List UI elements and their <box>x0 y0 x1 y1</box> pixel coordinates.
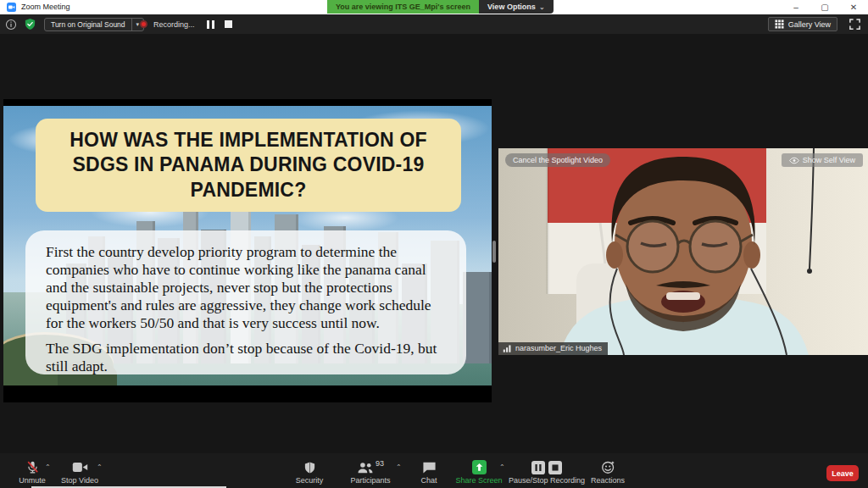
share-screen-icon <box>472 460 487 474</box>
chat-bubble-icon <box>422 461 437 474</box>
show-self-view-button[interactable]: Show Self View <box>782 153 863 167</box>
microphone-muted-icon <box>25 460 40 474</box>
eye-icon <box>789 157 799 164</box>
participant-name-tag: narasumber_Eric Hughes <box>498 342 608 355</box>
recording-indicator: Recording... <box>140 14 232 34</box>
leave-button[interactable]: Leave <box>826 465 859 481</box>
meeting-bottom-toolbar: Unmute ⌃ Stop Video ⌃ Security <box>0 453 868 488</box>
meeting-info-icon[interactable] <box>5 19 17 30</box>
pause-recording-icon[interactable] <box>207 20 214 29</box>
smiley-icon <box>601 460 615 474</box>
pause-recording-icon[interactable] <box>531 461 545 474</box>
shared-screen-view: HOW WAS THE IMPLEMENTATION OF SDGS IN PA… <box>3 99 492 402</box>
window-title: Zoom Meeting <box>21 3 70 11</box>
shield-icon <box>303 461 316 474</box>
spotlight-video-tile: Cancel the Spotlight Video Show Self Vie… <box>498 148 868 355</box>
audio-signal-icon <box>503 344 512 352</box>
chevron-down-icon: ⌄ <box>539 3 545 11</box>
stop-recording-icon[interactable] <box>225 20 232 28</box>
view-options-button[interactable]: View Options⌄ <box>479 0 554 14</box>
pause-stop-recording-button[interactable]: Pause/Stop Recording <box>506 459 587 485</box>
video-options-chevron[interactable]: ⌃ <box>97 463 103 471</box>
participants-count-badge: 93 <box>376 459 384 468</box>
gallery-view-button[interactable]: Gallery View <box>768 17 837 31</box>
maximize-button[interactable]: ▢ <box>810 0 839 14</box>
participants-options-chevron[interactable]: ⌃ <box>396 463 402 471</box>
stop-recording-icon[interactable] <box>548 461 562 474</box>
zoom-logo-icon <box>7 3 16 12</box>
reactions-button[interactable]: Reactions <box>587 459 629 485</box>
participant-name: narasumber_Eric Hughes <box>515 344 602 352</box>
chat-button[interactable]: Chat <box>412 459 446 485</box>
video-camera-icon <box>72 461 88 474</box>
gallery-view-label: Gallery View <box>788 20 831 29</box>
slide-background-photo: HOW WAS THE IMPLEMENTATION OF SDGS IN PA… <box>3 106 492 385</box>
grid-icon <box>775 19 784 29</box>
cancel-spotlight-button[interactable]: Cancel the Spotlight Video <box>505 153 610 167</box>
minimize-button[interactable]: – <box>782 0 810 14</box>
participants-icon <box>357 461 374 474</box>
recording-dot-icon <box>140 20 147 28</box>
participants-button[interactable]: 93 Participants <box>342 459 398 485</box>
slide-paragraph-2: The SDG implementation don’t stop becaus… <box>46 340 446 375</box>
meeting-top-toolbar: Turn on Original Sound ▾ Recording... Ga… <box>0 14 868 34</box>
slide-body-box: First the country develop priority progr… <box>25 230 466 374</box>
fullscreen-icon[interactable] <box>849 18 861 30</box>
slide-title-box: HOW WAS THE IMPLEMENTATION OF SDGS IN PA… <box>36 119 461 212</box>
encryption-shield-icon[interactable] <box>24 18 36 30</box>
audio-options-chevron[interactable]: ⌃ <box>45 463 51 471</box>
security-button[interactable]: Security <box>288 459 331 485</box>
slide-paragraph-1: First the country develop priority progr… <box>46 243 446 332</box>
recording-status-label: Recording... <box>153 20 195 29</box>
viewing-screen-label: You are viewing ITS GE_Mpi's screen <box>327 0 479 14</box>
screen-share-banner: You are viewing ITS GE_Mpi's screen View… <box>327 0 554 14</box>
participant-webcam-image <box>498 148 868 355</box>
chevron-down-icon: ▾ <box>136 21 140 28</box>
panel-divider-handle[interactable] <box>492 241 496 263</box>
slide-title: HOW WAS THE IMPLEMENTATION OF SDGS IN PA… <box>58 128 439 202</box>
original-sound-button[interactable]: Turn on Original Sound ▾ <box>44 18 144 31</box>
share-screen-button[interactable]: Share Screen <box>453 459 505 485</box>
close-button[interactable]: ✕ <box>839 0 868 14</box>
share-options-chevron[interactable]: ⌃ <box>499 463 505 471</box>
